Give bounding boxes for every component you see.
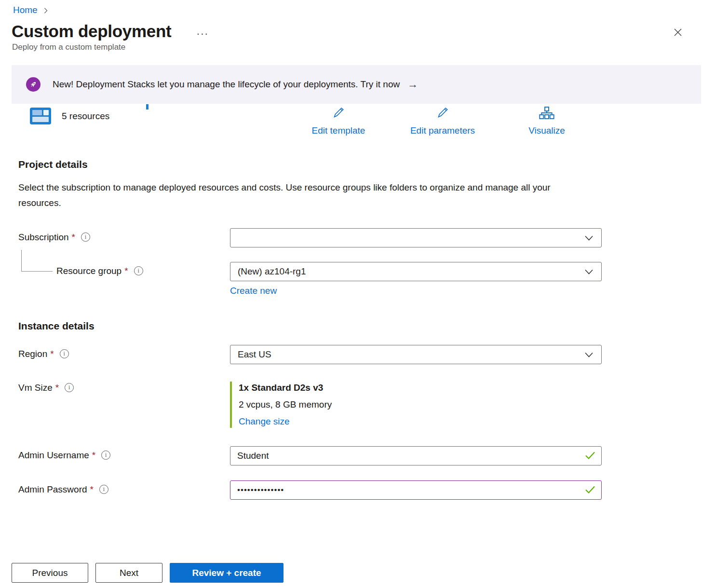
info-icon[interactable]: i (81, 232, 90, 242)
pencil-icon (331, 106, 346, 123)
deployment-form: Subscription * i Resource group * i (New… (18, 228, 702, 500)
page-title: Custom deployment (12, 22, 171, 41)
review-create-button[interactable]: Review + create (170, 563, 284, 583)
region-label: Region * i (18, 345, 230, 359)
page-header: Custom deployment ··· (12, 22, 690, 41)
breadcrumb-home-link[interactable]: Home (13, 5, 38, 15)
banner-text: New! Deployment Stacks let you manage th… (53, 79, 400, 90)
resource-group-value: (New) az104-rg1 (238, 266, 306, 277)
required-asterisk: * (50, 349, 54, 359)
vm-size-label: Vm Size * i (18, 382, 230, 393)
subscription-dropdown[interactable] (230, 228, 602, 247)
info-icon[interactable]: i (99, 485, 108, 494)
chevron-right-icon (42, 7, 49, 14)
required-asterisk: * (90, 484, 94, 495)
template-bar: 5 resources Edit template Edit parameter… (0, 104, 702, 139)
edit-parameters-button[interactable]: Edit parameters (404, 106, 481, 136)
vm-size-row: Vm Size * i 1x Standard D2s v3 2 vcpus, … (18, 382, 702, 428)
action-label: Edit template (312, 125, 365, 136)
label-text: Region (18, 349, 47, 359)
arrow-right-icon[interactable]: → (407, 78, 418, 91)
chevron-down-icon (584, 233, 594, 244)
action-label: Edit parameters (410, 125, 475, 136)
template-actions: Edit template Edit parameters Visualize (300, 106, 585, 136)
region-dropdown[interactable]: East US (230, 345, 602, 364)
visualize-button[interactable]: Visualize (508, 106, 585, 136)
label-text: Vm Size (18, 383, 53, 393)
rocket-icon (26, 77, 40, 92)
template-resource-summary[interactable]: 5 resources (30, 108, 109, 124)
vm-size-title: 1x Standard D2s v3 (239, 383, 602, 393)
subscription-row: Subscription * i (18, 228, 702, 247)
info-icon[interactable]: i (134, 266, 143, 275)
hierarchy-connector-line (21, 250, 53, 272)
admin-password-row: Admin Password * i (18, 480, 702, 500)
org-chart-icon (539, 106, 554, 123)
pencil-icon (435, 106, 450, 123)
next-button[interactable]: Next (95, 563, 162, 583)
close-icon[interactable] (670, 25, 686, 40)
label-text: Subscription (18, 232, 69, 243)
label-text: Resource group (56, 266, 122, 276)
info-icon[interactable]: i (60, 349, 69, 358)
label-text: Admin Username (18, 450, 89, 461)
breadcrumb: Home (0, 0, 702, 15)
previous-button[interactable]: Previous (12, 563, 88, 583)
admin-username-row: Admin Username * i (18, 446, 702, 465)
change-size-link[interactable]: Change size (239, 416, 290, 427)
page-subtitle: Deploy from a custom template (12, 42, 702, 52)
subscription-label: Subscription * i (18, 228, 230, 243)
admin-username-label: Admin Username * i (18, 446, 230, 461)
required-asterisk: * (124, 266, 128, 276)
admin-password-input[interactable] (230, 480, 602, 500)
required-asterisk: * (55, 383, 59, 393)
resource-count: 5 resources (62, 111, 109, 122)
label-text: Admin Password (18, 484, 87, 495)
project-details-heading: Project details (18, 159, 702, 170)
admin-username-input[interactable] (230, 446, 602, 465)
deployment-stacks-banner[interactable]: New! Deployment Stacks let you manage th… (12, 65, 701, 104)
edit-template-button[interactable]: Edit template (300, 106, 377, 136)
create-new-link[interactable]: Create new (230, 286, 277, 296)
valid-check-icon (584, 451, 596, 462)
info-icon[interactable]: i (65, 383, 74, 392)
action-label: Visualize (528, 125, 565, 136)
more-options-icon[interactable]: ··· (196, 27, 208, 40)
footer-buttons: Previous Next Review + create (12, 563, 284, 583)
project-details-description: Select the subscription to manage deploy… (18, 180, 573, 211)
info-icon[interactable]: i (101, 451, 110, 460)
clipped-element-artifact (146, 104, 148, 109)
region-row: Region * i East US (18, 345, 702, 364)
vm-size-summary: 1x Standard D2s v3 2 vcpus, 8 GB memory … (230, 382, 602, 428)
admin-password-label: Admin Password * i (18, 480, 230, 495)
valid-check-icon (584, 485, 596, 496)
chevron-down-icon (584, 350, 594, 360)
required-asterisk: * (72, 232, 75, 243)
region-value: East US (238, 349, 271, 360)
required-asterisk: * (92, 450, 95, 461)
vm-size-specs: 2 vcpus, 8 GB memory (239, 399, 602, 410)
template-icon (30, 108, 51, 124)
resource-group-row: Resource group * i (New) az104-rg1 Creat… (18, 262, 702, 296)
chevron-down-icon (584, 267, 594, 277)
instance-details-heading: Instance details (18, 320, 702, 332)
resource-group-dropdown[interactable]: (New) az104-rg1 (230, 262, 602, 281)
